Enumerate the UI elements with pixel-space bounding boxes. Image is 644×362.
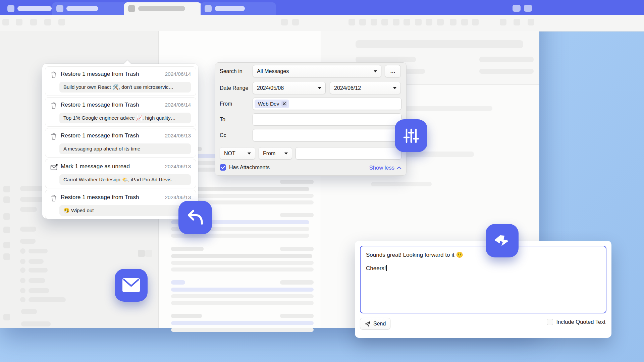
tab-3-active[interactable] — [124, 2, 201, 15]
skeleton-bar — [171, 254, 312, 258]
tab-4[interactable] — [201, 2, 276, 15]
skeleton-bar — [280, 180, 314, 184]
compose-blank-line — [366, 259, 600, 264]
skeleton-bar — [479, 57, 534, 62]
compose-line-2: Cheers! — [366, 264, 600, 272]
undo-fab-button[interactable] — [178, 201, 212, 234]
undo-history-popover: Restore 1 message from Trash 2024/06/14 … — [42, 64, 198, 219]
date-end-select[interactable]: 2024/06/12 — [330, 82, 401, 94]
tab-1[interactable] — [3, 2, 57, 15]
search-filter-panel: Search in All Messages … Date Range 2024… — [215, 62, 407, 176]
remove-token-button[interactable] — [281, 101, 287, 107]
tab-4-title-placeholder — [215, 6, 245, 11]
show-less-link[interactable]: Show less — [369, 165, 401, 171]
skeleton-bar — [171, 314, 202, 318]
skeleton-bar — [20, 239, 36, 244]
skeleton-bar — [472, 19, 479, 25]
undo-item[interactable]: Restore 1 message from Trash 2024/06/14 … — [45, 97, 196, 127]
chevron-down-icon — [248, 153, 251, 155]
undo-item[interactable]: Mark 1 message as unread 2024/06/13 Carr… — [45, 159, 196, 188]
skeleton-bar — [280, 314, 314, 318]
field-select[interactable]: From — [259, 147, 292, 160]
compose-body-textarea[interactable]: Sounds great! Looking forward to it 🙂 Ch… — [360, 246, 606, 313]
from-input[interactable]: Web Dev — [253, 98, 401, 110]
skeleton-bar — [20, 248, 25, 254]
has-attachments-label: Has Attachments — [229, 165, 270, 171]
skeleton-bar — [3, 186, 10, 192]
filter-fab-button[interactable] — [395, 119, 427, 152]
include-quoted-label: Include Quoted Text — [556, 319, 605, 325]
undo-item-date: 2024/06/13 — [165, 194, 191, 200]
skeleton-bar — [450, 19, 457, 25]
skeleton-bar — [29, 268, 48, 273]
compose-line-1: Sounds great! Looking forward to it 🙂 — [366, 251, 600, 259]
from-token-label: Web Dev — [258, 101, 279, 107]
skeleton-bar — [479, 69, 534, 74]
chevron-down-icon — [393, 87, 396, 89]
mail-fab-button[interactable] — [115, 269, 148, 302]
skeleton-bar — [280, 280, 314, 285]
undo-item-date: 2024/06/13 — [165, 133, 191, 139]
undo-item[interactable]: Restore 1 message from Trash 2024/06/14 … — [45, 66, 196, 96]
skeleton-bar — [393, 19, 399, 25]
window-control-left[interactable] — [513, 5, 521, 12]
skeleton-bar — [461, 19, 468, 25]
reply-compose-card: Sounds great! Looking forward to it 🙂 Ch… — [355, 241, 611, 338]
skeleton-bar — [3, 314, 10, 320]
date-start-value: 2024/05/08 — [257, 85, 284, 91]
operator-select[interactable]: NOT — [220, 147, 255, 160]
has-attachments-checkbox[interactable] — [220, 164, 226, 171]
include-quoted-row: Include Quoted Text — [547, 319, 605, 325]
tab-2-title-placeholder — [66, 6, 98, 11]
skeleton-bar — [145, 250, 152, 257]
envelope-icon — [122, 278, 140, 293]
show-less-label: Show less — [369, 165, 394, 171]
criteria-input[interactable] — [296, 147, 401, 160]
include-quoted-checkbox[interactable] — [547, 319, 553, 325]
skeleton-bar — [3, 227, 10, 233]
send-button[interactable]: Send — [360, 318, 390, 329]
window-titlebar — [0, 0, 539, 15]
tab-2[interactable] — [52, 2, 130, 15]
skeleton-bar — [171, 301, 314, 305]
skeleton-bar — [20, 297, 25, 302]
send-icon — [365, 321, 371, 327]
undo-icon — [186, 208, 205, 227]
search-in-select[interactable]: All Messages — [253, 65, 381, 77]
skeleton-bar — [29, 288, 49, 293]
undo-item[interactable]: Restore 1 message from Trash 2024/06/13 … — [45, 128, 196, 158]
undo-item-subject: Build your own React 🛠️, don't use micro… — [59, 82, 191, 93]
window-control-right[interactable] — [524, 5, 532, 12]
undo-item-subject: A messaging app ahead of its time — [59, 143, 191, 154]
trash-icon — [50, 71, 57, 78]
tab-3-title-placeholder — [138, 6, 185, 11]
skeleton-bar — [20, 227, 36, 232]
skeleton-bar — [437, 19, 444, 25]
skeleton-bar — [30, 19, 37, 25]
reply-all-fab-button[interactable] — [486, 224, 519, 257]
trash-icon — [50, 194, 57, 202]
skeleton-bar — [280, 213, 314, 217]
undo-item-title: Restore 1 message from Trash — [61, 194, 139, 201]
skeleton-bar — [44, 19, 51, 25]
cc-input[interactable] — [253, 129, 401, 141]
skeleton-bar — [3, 213, 10, 220]
skeleton-bar — [359, 19, 366, 25]
undo-item[interactable]: Restore 1 message from Trash 2024/06/13 … — [45, 190, 196, 219]
tab-1-title-placeholder — [17, 6, 52, 11]
tab-1-icon — [7, 5, 14, 12]
skeleton-bar — [426, 19, 432, 25]
search-in-value: All Messages — [257, 68, 289, 74]
skeleton-bar — [171, 280, 185, 285]
undo-item-title: Restore 1 message from Trash — [61, 132, 139, 139]
to-input[interactable] — [253, 113, 401, 126]
date-start-select[interactable]: 2024/05/08 — [253, 82, 326, 94]
skeleton-bar — [171, 261, 314, 265]
skeleton-bar — [20, 278, 25, 283]
more-options-button[interactable]: … — [385, 65, 401, 77]
chevron-up-icon — [397, 166, 401, 169]
skeleton-bar — [356, 40, 523, 48]
from-token[interactable]: Web Dev — [255, 100, 289, 108]
mark-unread-icon — [50, 164, 58, 171]
chevron-down-icon — [374, 70, 377, 72]
